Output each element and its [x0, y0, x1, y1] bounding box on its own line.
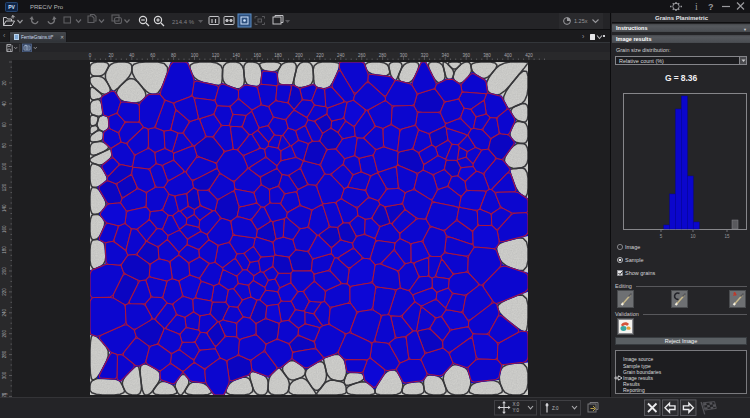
- svg-text:180: 180: [2, 246, 7, 254]
- svg-text:?: ?: [708, 2, 714, 12]
- svg-text:220: 220: [316, 53, 324, 58]
- svg-text:80: 80: [171, 53, 177, 58]
- svg-text:140: 140: [233, 53, 241, 58]
- svg-text:420: 420: [525, 53, 533, 58]
- svg-text:300: 300: [2, 371, 7, 379]
- svg-text:240: 240: [337, 53, 345, 58]
- svg-text:160: 160: [253, 53, 261, 58]
- svg-text:300: 300: [400, 53, 408, 58]
- svg-text:120: 120: [212, 53, 220, 58]
- svg-text:360: 360: [462, 53, 470, 58]
- svg-text:120: 120: [2, 183, 7, 191]
- svg-text:340: 340: [442, 53, 450, 58]
- svg-text:15: 15: [724, 234, 730, 239]
- svg-text:40: 40: [2, 101, 7, 107]
- svg-text:0: 0: [89, 53, 92, 58]
- svg-text:5: 5: [660, 234, 663, 239]
- svg-text:100: 100: [2, 162, 7, 170]
- svg-text:Y:0: Y:0: [513, 408, 520, 413]
- svg-text:220: 220: [2, 288, 7, 296]
- svg-text:i: i: [695, 1, 698, 12]
- svg-text:X:0: X:0: [513, 402, 520, 407]
- svg-text:140: 140: [2, 204, 7, 212]
- svg-text:280: 280: [2, 350, 7, 358]
- svg-text:Z:0: Z:0: [552, 406, 559, 411]
- svg-text:260: 260: [2, 329, 7, 337]
- svg-text:380: 380: [483, 53, 491, 58]
- svg-text:180: 180: [274, 53, 282, 58]
- svg-text:40: 40: [129, 53, 135, 58]
- svg-text:20: 20: [2, 80, 7, 86]
- svg-text:200: 200: [295, 53, 303, 58]
- svg-text:320: 320: [421, 53, 429, 58]
- svg-text:µm: µm: [2, 391, 8, 396]
- svg-text:80: 80: [2, 143, 7, 149]
- svg-text:100: 100: [191, 53, 199, 58]
- svg-text:20: 20: [108, 53, 114, 58]
- svg-text:400: 400: [504, 53, 512, 58]
- svg-text:240: 240: [2, 309, 7, 317]
- svg-text:260: 260: [358, 53, 366, 58]
- svg-text:200: 200: [2, 267, 7, 275]
- svg-text:160: 160: [2, 225, 7, 233]
- svg-text:60: 60: [2, 122, 7, 128]
- svg-text:60: 60: [150, 53, 156, 58]
- svg-text:280: 280: [379, 53, 387, 58]
- svg-text:10: 10: [690, 234, 696, 239]
